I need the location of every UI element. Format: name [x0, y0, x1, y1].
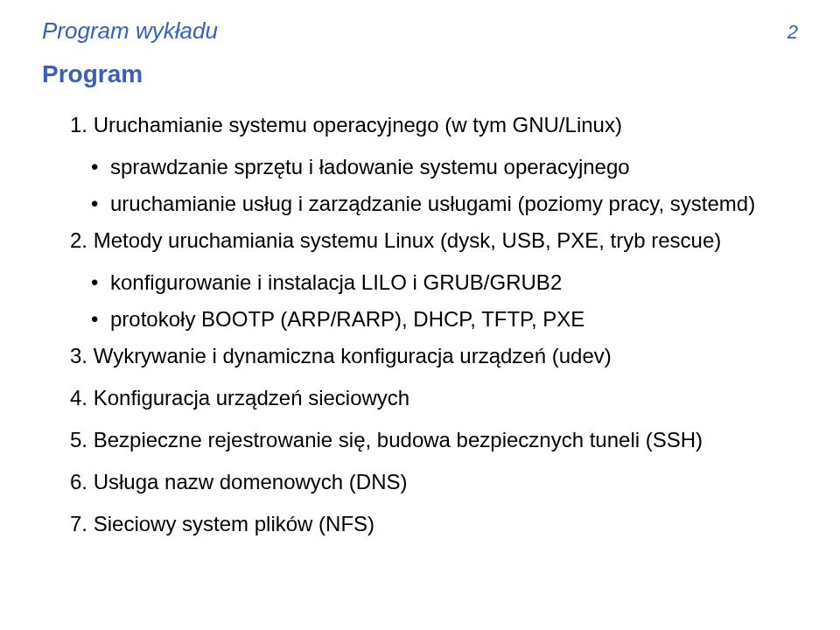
item-number: 5. [70, 428, 88, 452]
bullet-icon: • [91, 304, 98, 335]
sub-item-text: konfigurowanie i instalacja LILO i GRUB/… [110, 270, 562, 294]
header-title: Program wykładu [42, 18, 218, 45]
item-number: 3. [70, 344, 88, 368]
page-number: 2 [788, 21, 798, 44]
list-item: 3. Wykrywanie i dynamiczna konfiguracja … [42, 340, 798, 372]
sublist: • sprawdzanie sprzętu i ładowanie system… [91, 151, 798, 220]
list-item: 2. Metody uruchamiania systemu Linux (dy… [42, 225, 798, 256]
sub-item: • konfigurowanie i instalacja LILO i GRU… [91, 267, 798, 298]
item-number: 1. [70, 113, 88, 136]
item-number: 6. [70, 470, 88, 494]
item-text: Uruchamianie systemu operacyjnego (w tym… [94, 113, 622, 136]
item-text: Wykrywanie i dynamiczna konfiguracja urz… [94, 344, 612, 368]
sub-item-text: uruchamianie usług i zarządzanie usługam… [110, 192, 755, 215]
item-text: Bezpieczne rejestrowanie się, budowa bez… [94, 428, 703, 452]
section-title: Program [42, 60, 798, 88]
outline: 1. Uruchamianie systemu operacyjnego (w … [42, 109, 798, 540]
list-item: 5. Bezpieczne rejestrowanie się, budowa … [42, 424, 798, 456]
item-text: Konfiguracja urządzeń sieciowych [94, 386, 410, 410]
item-number: 7. [70, 512, 88, 536]
item-text: Sieciowy system plików (NFS) [94, 512, 374, 536]
item-number: 2. [70, 228, 88, 252]
sub-item: • protokoły BOOTP (ARP/RARP), DHCP, TFTP… [91, 304, 798, 335]
list-item: 6. Usługa nazw domenowych (DNS) [42, 466, 798, 498]
sub-item: • sprawdzanie sprzętu i ładowanie system… [91, 151, 798, 183]
sub-item-text: sprawdzanie sprzętu i ładowanie systemu … [110, 155, 630, 178]
bullet-icon: • [91, 267, 98, 298]
sublist: • konfigurowanie i instalacja LILO i GRU… [91, 267, 798, 335]
item-text: Usługa nazw domenowych (DNS) [94, 470, 408, 494]
item-number: 4. [70, 386, 88, 410]
sub-item: • uruchamianie usług i zarządzanie usług… [91, 188, 798, 220]
bullet-icon: • [91, 188, 98, 220]
bullet-icon: • [91, 151, 98, 183]
sub-item-text: protokoły BOOTP (ARP/RARP), DHCP, TFTP, … [110, 307, 584, 331]
slide-header: Program wykładu 2 [42, 18, 798, 45]
list-item: 7. Sieciowy system plików (NFS) [42, 508, 798, 540]
list-item: 4. Konfiguracja urządzeń sieciowych [42, 382, 798, 414]
list-item: 1. Uruchamianie systemu operacyjnego (w … [42, 109, 798, 141]
item-text: Metody uruchamiania systemu Linux (dysk,… [94, 228, 722, 252]
